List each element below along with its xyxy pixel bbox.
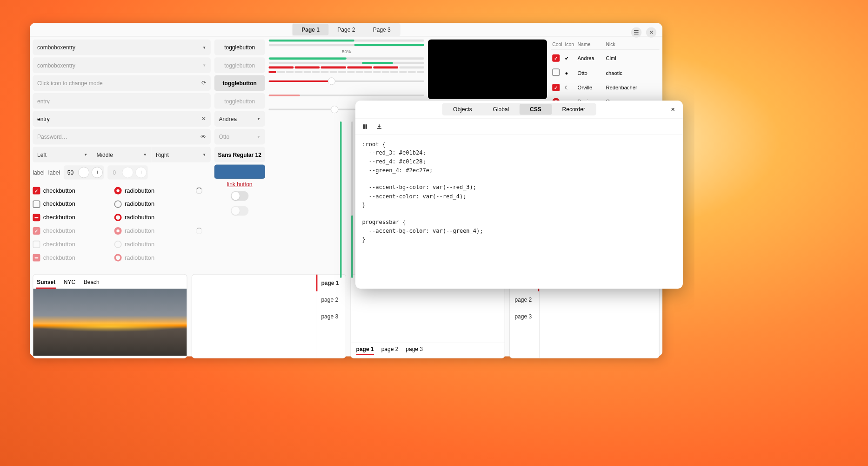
video-player[interactable] — [428, 40, 547, 99]
scale-2-disabled — [269, 92, 424, 99]
col-icon[interactable]: Icon — [565, 42, 574, 47]
notebook-card: Sunset NYC Beach — [33, 274, 187, 358]
css-editor[interactable]: :root { --red_3: #e01b24; --red_4: #c01c… — [355, 135, 683, 289]
checkbutton-mixed[interactable]: checkbutton — [33, 211, 111, 223]
stack-page-2[interactable]: page 2 — [381, 346, 399, 355]
radiobutton-unchecked-dis: radiobutton — [114, 238, 193, 250]
progressbar-2 — [269, 44, 424, 46]
progressbar-1 — [269, 40, 424, 42]
spin-plus[interactable]: + — [92, 167, 103, 178]
inspector-tab-css[interactable]: CSS — [520, 104, 552, 115]
combo-right[interactable]: Right▼ — [151, 147, 210, 162]
entry-with-clear[interactable]: ✕ — [33, 111, 210, 127]
combo-value: comboboxentry — [37, 44, 75, 51]
chevron-down-icon: ▼ — [84, 153, 87, 157]
radiobutton-unchecked[interactable]: radiobutton — [114, 198, 193, 210]
stack-page-3[interactable]: page 3 — [510, 308, 539, 325]
entries-column: comboboxentry ▼ comboboxentry ▼ ⟳ ✕ — [33, 40, 210, 278]
chevron-down-icon: ▼ — [257, 117, 260, 121]
togglebutton-3-active[interactable]: togglebutton — [214, 75, 265, 91]
col-name[interactable]: Name — [578, 42, 602, 47]
svg-rect-1 — [366, 124, 367, 129]
progressbar-3 — [269, 57, 424, 60]
linkbutton[interactable]: link button — [214, 181, 265, 188]
chevron-down-icon: ▼ — [143, 153, 147, 157]
stack-page-3[interactable]: page 3 — [316, 308, 346, 325]
togglebutton-1[interactable]: togglebutton — [214, 40, 265, 55]
radiobutton-mixed-dis: radiobutton — [114, 252, 193, 264]
refresh-icon[interactable]: ⟳ — [201, 80, 206, 86]
comboboxentry-1[interactable]: comboboxentry ▼ — [33, 40, 210, 55]
mode-entry-input[interactable] — [37, 80, 201, 87]
mode-entry[interactable]: ⟳ — [33, 75, 210, 91]
password-entry[interactable]: 👁 — [33, 129, 210, 145]
combo-middle[interactable]: Middle▼ — [92, 147, 151, 162]
spinner-icon — [196, 187, 202, 194]
svg-rect-0 — [363, 124, 365, 129]
stack-page-1[interactable]: page 1 — [356, 346, 374, 355]
triple-combo: Left▼ Middle▼ Right▼ — [33, 147, 210, 162]
tab-page-2[interactable]: Page 2 — [328, 24, 364, 35]
col-nick[interactable]: Nick — [606, 42, 658, 47]
togglebutton-2-disabled: togglebutton — [214, 57, 265, 73]
tab-page-3[interactable]: Page 3 — [364, 24, 400, 35]
spinbutton-1[interactable]: − + — [64, 165, 104, 179]
switch-2-disabled — [231, 206, 248, 216]
spinbutton-2-disabled: − + — [108, 165, 148, 179]
vscale-1[interactable] — [337, 122, 345, 278]
spin-minus[interactable]: − — [78, 167, 89, 178]
inspector-tab-objects[interactable]: Objects — [443, 104, 482, 115]
notebook-tab-sunset[interactable]: Sunset — [36, 277, 56, 289]
close-icon[interactable]: ✕ — [646, 27, 656, 37]
spin-value[interactable] — [64, 169, 77, 176]
checkbutton-checked-dis: checkbutton — [33, 225, 111, 237]
checkbutton-unchecked[interactable]: checkbutton — [33, 198, 111, 210]
vscale-2[interactable] — [348, 122, 356, 278]
chevron-down-icon: ▼ — [202, 153, 206, 157]
combo-otto-disabled: Otto▼ — [214, 129, 265, 145]
switch-1[interactable] — [231, 191, 248, 201]
sunset-photo — [33, 289, 187, 356]
checkbutton-unchecked-dis: checkbutton — [33, 238, 111, 250]
radiobutton-checked[interactable]: radiobutton — [114, 185, 193, 197]
table-row[interactable]: ✔AndreaCimi — [551, 52, 660, 64]
inspector-tab-global[interactable]: Global — [482, 104, 519, 115]
radiobutton-mixed[interactable]: radiobutton — [114, 211, 193, 223]
password-input[interactable] — [37, 134, 200, 140]
chevron-down-icon: ▼ — [257, 135, 260, 139]
notebook-tab-beach[interactable]: Beach — [83, 277, 100, 289]
levelbar-2 — [269, 71, 424, 73]
entry-input[interactable] — [37, 115, 201, 122]
combo-andrea[interactable]: Andrea▼ — [214, 111, 265, 127]
tab-page-1[interactable]: Page 1 — [293, 24, 328, 35]
inspector-tab-recorder[interactable]: Recorder — [552, 104, 595, 115]
table-row[interactable]: ●Ottochaotic — [551, 66, 660, 79]
col-cool[interactable]: Cool — [552, 42, 561, 47]
table-row[interactable]: ☾OrvilleRedenbacher — [551, 81, 660, 94]
spinner-icon — [196, 228, 202, 234]
checkbutton-checked[interactable]: checkbutton — [33, 185, 111, 197]
table-header: Cool Icon Name Nick — [551, 40, 660, 50]
stack-page-2[interactable]: page 2 — [510, 291, 539, 308]
entry-plain[interactable] — [33, 93, 210, 109]
progressbar-4 — [269, 62, 424, 64]
exclaim-icon: ● — [565, 70, 574, 76]
label-a: label — [33, 169, 44, 176]
notebook-tab-nyc[interactable]: NYC — [63, 277, 76, 289]
save-icon[interactable] — [375, 123, 383, 130]
combo-left[interactable]: Left▼ — [33, 147, 92, 162]
hamburger-menu-icon[interactable]: ☰ — [631, 27, 641, 37]
stack-page-2[interactable]: page 2 — [316, 291, 346, 308]
fontbutton[interactable]: Sans Regular 12 — [214, 147, 265, 162]
colorbutton[interactable] — [214, 165, 265, 179]
inspector-toolbar — [355, 118, 683, 135]
scale-1[interactable] — [269, 77, 424, 85]
close-icon[interactable]: ✕ — [669, 105, 678, 114]
togglebutton-4-disabled: togglebutton — [214, 93, 265, 109]
eye-icon[interactable]: 👁 — [200, 134, 206, 140]
entry-input[interactable] — [37, 98, 206, 104]
clear-icon[interactable]: ✕ — [201, 115, 206, 122]
pause-icon[interactable] — [361, 123, 369, 130]
stack-page-3[interactable]: page 3 — [406, 346, 423, 355]
page-switcher: Page 1 Page 2 Page 3 — [292, 23, 400, 36]
